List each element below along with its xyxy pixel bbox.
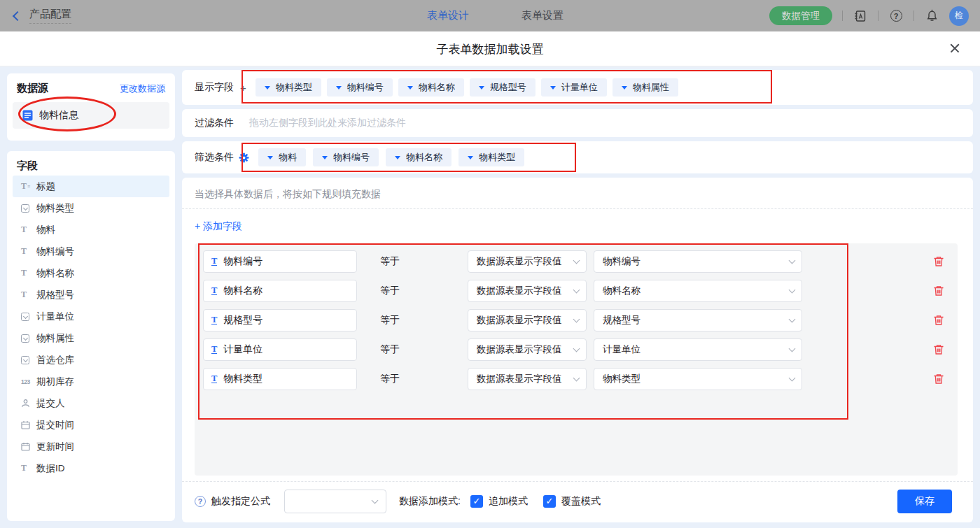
notification-bell-icon[interactable] [924, 8, 939, 24]
sidebar-field-item[interactable]: 物料类型 [13, 197, 169, 219]
datasource-item[interactable]: 物料信息 [13, 102, 169, 129]
append-mode-option[interactable]: 追加模式 [470, 495, 528, 508]
back-label: 产品配置 [29, 8, 71, 24]
field-tag[interactable]: 计量单位 [541, 78, 607, 97]
person-icon [21, 399, 36, 408]
tab-form-design[interactable]: 表单设计 [427, 9, 469, 22]
text-input-icon: T [21, 463, 36, 473]
field-tag[interactable]: 规格型号 [470, 78, 536, 97]
source-type-select[interactable]: 数据源表显示字段值 [468, 338, 587, 361]
checkbox-checked-icon[interactable] [543, 495, 556, 508]
tab-form-settings[interactable]: 表单设置 [522, 9, 564, 22]
rule-field-box[interactable]: T计量单位 [203, 338, 357, 361]
chevron-down-icon [789, 345, 796, 352]
rule-field-box[interactable]: T规格型号 [203, 309, 357, 331]
fill-rules-panel: 当选择具体数据后，将按如下规则填充数据 + 添加字段 T物料编号 等于 数据源表… [182, 178, 973, 522]
triangle-down-icon [395, 156, 400, 159]
delete-rule-icon[interactable] [932, 255, 945, 268]
back-chevron-icon [13, 10, 22, 20]
triangle-down-icon [407, 86, 413, 90]
sidebar-field-item[interactable]: 123 期初库存 [13, 371, 169, 392]
delete-rule-icon[interactable] [932, 314, 945, 327]
field-tag[interactable]: 物料编号 [313, 148, 379, 166]
sidebar-field-item[interactable]: 更新时间 [13, 436, 169, 457]
text-input-icon: T [21, 246, 36, 257]
chevron-down-icon [573, 257, 580, 264]
field-tag[interactable]: 物料编号 [327, 78, 393, 97]
rule-field-box[interactable]: T物料类型 [203, 368, 357, 390]
sidebar-field-item[interactable]: 提交时间 [13, 414, 169, 436]
triangle-down-icon [322, 156, 328, 159]
rule-field-box[interactable]: T物料名称 [203, 280, 357, 302]
source-type-select[interactable]: 数据源表显示字段值 [468, 280, 587, 302]
text-input-icon: T [211, 375, 217, 383]
equals-label: 等于 [380, 314, 400, 327]
back-button[interactable]: 产品配置 [14, 8, 71, 24]
equals-label: 等于 [380, 343, 400, 356]
source-field-select[interactable]: 物料编号 [594, 250, 802, 273]
overwrite-mode-option[interactable]: 覆盖模式 [543, 495, 601, 508]
source-type-select[interactable]: 数据源表显示字段值 [468, 250, 587, 273]
delete-rule-icon[interactable] [932, 343, 945, 356]
triangle-down-icon [336, 86, 342, 90]
change-datasource-link[interactable]: 更改数据源 [120, 83, 165, 95]
equals-label: 等于 [380, 255, 400, 268]
sidebar-field-item[interactable]: T 数据ID [13, 457, 169, 479]
text-input-icon: T [21, 224, 36, 235]
datasource-panel: 数据源 更改数据源 物料信息 [7, 73, 175, 141]
sidebar-field-item[interactable]: T 规格型号 [13, 284, 169, 306]
sidebar-field-item[interactable]: 计量单位 [13, 306, 169, 327]
source-type-select[interactable]: 数据源表显示字段值 [468, 309, 587, 331]
divider [182, 208, 973, 209]
sidebar-field-item[interactable]: T 物料名称 [13, 262, 169, 284]
title-icon: T≡ [21, 181, 36, 192]
source-field-select[interactable]: 规格型号 [594, 309, 802, 331]
close-icon[interactable] [948, 41, 962, 55]
field-tag[interactable]: 物料类型 [458, 148, 524, 166]
help-icon[interactable]: ? [888, 8, 904, 24]
datetime-icon [21, 442, 36, 451]
field-tag[interactable]: 物料名称 [386, 148, 451, 166]
sidebar-field-item[interactable]: 物料属性 [13, 327, 169, 349]
field-tag[interactable]: 物料类型 [255, 78, 321, 97]
help-icon[interactable]: ? [195, 496, 206, 507]
display-fields-row: 显示字段 + 物料类型 物料编号 物料名称 规格型号 计量单位 物料属性 [182, 70, 973, 105]
formula-select[interactable] [284, 490, 386, 513]
source-field-select[interactable]: 物料类型 [594, 368, 802, 390]
filter-drop-zone[interactable]: 拖动左侧字段到此处来添加过滤条件 [249, 117, 406, 129]
chevron-down-icon [573, 316, 580, 323]
source-field-select[interactable]: 物料名称 [594, 280, 802, 302]
address-book-icon[interactable] [853, 8, 868, 24]
sidebar-field-item[interactable]: 提交人 [13, 392, 169, 414]
sidebar-field-item[interactable]: T 物料 [13, 219, 169, 241]
rule-row: T物料类型 等于 数据源表显示字段值 物料类型 [195, 368, 958, 390]
delete-rule-icon[interactable] [932, 373, 945, 385]
user-avatar[interactable]: 检 [949, 6, 969, 26]
topbar-actions: 数据管理 ? 检 [769, 0, 969, 31]
sidebar-field-item[interactable]: T≡ 标题 [13, 176, 169, 197]
form-doc-icon [22, 110, 33, 121]
gear-icon[interactable] [239, 152, 249, 163]
add-display-field-icon[interactable]: + [240, 82, 246, 94]
checkbox-checked-icon[interactable] [470, 495, 483, 508]
source-field-select[interactable]: 计量单位 [594, 338, 802, 361]
number-icon: 123 [21, 378, 36, 385]
select-icon [21, 356, 36, 364]
select-icon [21, 204, 36, 213]
rule-field-box[interactable]: T物料编号 [203, 250, 357, 273]
field-tag[interactable]: 物料 [258, 148, 306, 166]
rule-row: T计量单位 等于 数据源表显示字段值 计量单位 [195, 338, 958, 361]
add-field-button[interactable]: + 添加字段 [195, 220, 242, 233]
chevron-down-icon [789, 375, 796, 382]
triangle-down-icon [479, 86, 484, 90]
save-button[interactable]: 保存 [897, 490, 952, 513]
field-tag[interactable]: 物料属性 [612, 78, 678, 97]
source-type-select[interactable]: 数据源表显示字段值 [468, 368, 587, 390]
field-tag[interactable]: 物料名称 [398, 78, 464, 97]
sidebar-field-item[interactable]: 首选仓库 [13, 349, 169, 371]
delete-rule-icon[interactable] [932, 285, 945, 297]
top-navbar: 产品配置 表单设计 表单设置 数据管理 ? [0, 0, 980, 31]
data-manage-button[interactable]: 数据管理 [769, 6, 832, 25]
select-icon [21, 313, 36, 321]
sidebar-field-item[interactable]: T 物料编号 [13, 241, 169, 262]
